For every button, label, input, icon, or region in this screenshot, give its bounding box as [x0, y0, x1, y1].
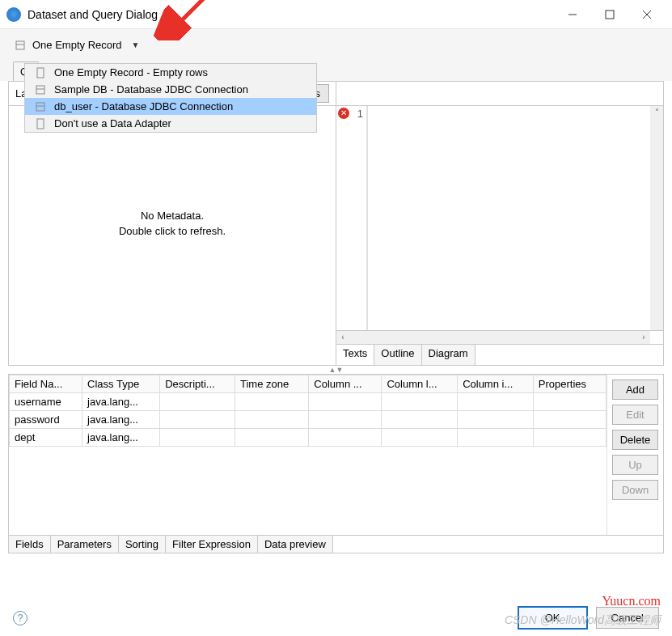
tab-outline[interactable]: Outline: [374, 345, 421, 365]
adapter-selected-label: One Empty Record: [32, 39, 122, 51]
adapter-icon: [15, 40, 26, 51]
database-icon: [35, 101, 46, 112]
svg-rect-7: [36, 86, 44, 94]
window-title: Dataset and Query Dialog: [27, 8, 554, 21]
tab-data-preview[interactable]: Data preview: [258, 536, 333, 553]
table-header-row: Field Na... Class Type Descripti... Time…: [10, 375, 606, 392]
tab-fields[interactable]: Fields: [9, 536, 51, 553]
vertical-scrollbar[interactable]: ˄: [650, 106, 663, 330]
tab-sorting[interactable]: Sorting: [119, 536, 166, 553]
fields-table-container: Field Na... Class Type Descripti... Time…: [9, 375, 606, 535]
metadata-hint: No Metadata. Double click to refresh.: [119, 207, 226, 239]
adapter-option-sample-db[interactable]: Sample DB - Database JDBC Connection: [25, 81, 316, 98]
file-icon: [35, 67, 46, 78]
horizontal-scrollbar[interactable]: ‹›: [336, 331, 650, 344]
maximize-button[interactable]: [591, 2, 628, 28]
query-editor-panel: ✕ 1 ˄ ‹› Texts Outline Diagram: [336, 82, 663, 365]
svg-rect-11: [37, 119, 44, 129]
adapter-dropdown-menu: One Empty Record - Empty rows Sample DB …: [24, 63, 317, 133]
close-button[interactable]: [628, 2, 666, 28]
help-icon[interactable]: ?: [13, 611, 27, 625]
editor-area: ✕ 1 ˄: [336, 106, 663, 331]
svg-rect-4: [16, 41, 24, 49]
tab-diagram[interactable]: Diagram: [422, 345, 475, 365]
minimize-button[interactable]: [554, 2, 591, 28]
watermark-author: CSDN @HelloWord高级工程师: [505, 613, 661, 628]
app-icon: [6, 7, 21, 22]
file-icon: [35, 118, 46, 129]
line-gutter: 1: [351, 106, 367, 330]
table-row[interactable]: passwordjava.lang...: [10, 410, 606, 428]
adapter-option-empty-record[interactable]: One Empty Record - Empty rows: [25, 64, 316, 81]
database-icon: [35, 84, 46, 95]
data-adapter-dropdown[interactable]: One Empty Record ▼: [13, 37, 141, 53]
editor-view-tabs: Texts Outline Diagram: [336, 344, 663, 365]
adapter-option-none[interactable]: Don't use a Data Adapter: [25, 115, 316, 132]
delete-field-button[interactable]: Delete: [612, 430, 658, 450]
query-text-editor[interactable]: [367, 106, 650, 330]
footer-tabs: Fields Parameters Sorting Filter Express…: [8, 536, 664, 553]
split-handle[interactable]: ▲▼: [0, 366, 672, 374]
watermark-site: Yuucn.com: [602, 594, 661, 608]
adapter-option-db-user[interactable]: db_user - Database JDBC Connection: [25, 98, 316, 115]
tab-parameters[interactable]: Parameters: [51, 536, 119, 553]
annotation-arrow: [137, 0, 210, 43]
up-field-button[interactable]: Up: [612, 455, 658, 475]
svg-rect-6: [37, 68, 44, 78]
fields-table[interactable]: Field Na... Class Type Descripti... Time…: [9, 375, 606, 447]
tab-texts[interactable]: Texts: [336, 345, 374, 365]
title-bar: Dataset and Query Dialog: [0, 0, 672, 29]
editor-top-bar: [336, 82, 663, 106]
edit-field-button[interactable]: Edit: [612, 405, 658, 425]
tab-filter-expression[interactable]: Filter Expression: [166, 536, 258, 553]
table-row[interactable]: deptjava.lang...: [10, 428, 606, 446]
error-icon: ✕: [338, 108, 349, 119]
down-field-button[interactable]: Down: [612, 480, 658, 500]
table-row[interactable]: usernamejava.lang...: [10, 392, 606, 410]
add-field-button[interactable]: Add: [612, 379, 658, 400]
fields-panel: Field Na... Class Type Descripti... Time…: [8, 374, 664, 536]
svg-rect-9: [36, 103, 44, 111]
svg-rect-1: [606, 11, 614, 19]
field-buttons: Add Edit Delete Up Down: [606, 375, 663, 535]
window-controls: [554, 2, 666, 28]
